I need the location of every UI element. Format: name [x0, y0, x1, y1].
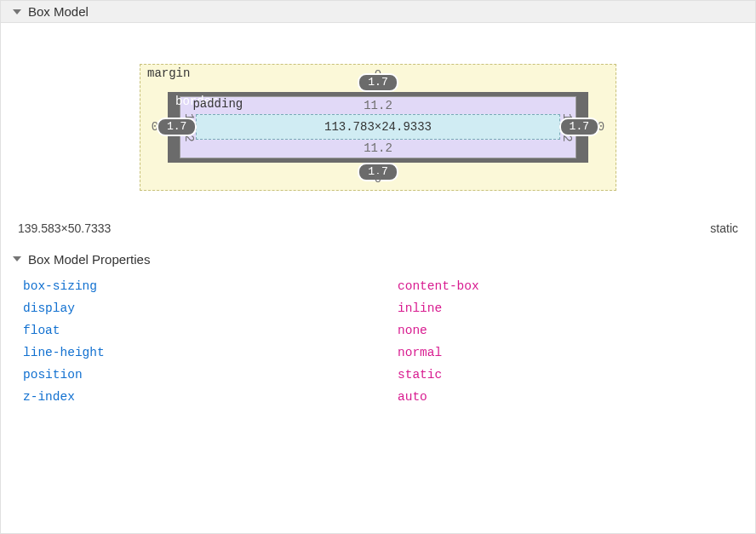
prop-value: content-box	[398, 279, 479, 293]
prop-row[interactable]: box-sizing content-box	[23, 275, 733, 297]
border-top[interactable]: 1.7	[358, 73, 398, 92]
section-title: Box Model	[28, 4, 89, 19]
prop-name: z-index	[23, 390, 398, 404]
prop-value: inline	[398, 301, 442, 315]
padding-bottom[interactable]: 11.2	[364, 141, 392, 155]
chevron-down-icon	[13, 256, 21, 261]
border-layer[interactable]: border 1.7 padding 11.2 11.2 113.783×24.…	[168, 92, 588, 163]
chevron-down-icon	[13, 9, 21, 14]
margin-bottom[interactable]: 0	[375, 172, 381, 186]
padding-layer[interactable]: padding 11.2 11.2 113.783×24.9333 11.2 1…	[180, 96, 576, 158]
margin-layer[interactable]: margin 0 0 1.7 border 1.7 padding 11.	[140, 64, 616, 191]
prop-name: float	[23, 324, 398, 337]
element-position-mode: static	[710, 221, 738, 235]
box-model-properties-list: box-sizing content-box display inline fl…	[1, 272, 755, 411]
prop-value: none	[398, 324, 427, 337]
content-size[interactable]: 113.783×24.9333	[196, 114, 559, 140]
prop-row[interactable]: position static	[23, 364, 733, 386]
prop-name: box-sizing	[23, 279, 398, 293]
prop-value: auto	[398, 390, 427, 404]
prop-value: normal	[398, 346, 442, 359]
section-header-box-model-properties[interactable]: Box Model Properties	[1, 249, 755, 272]
padding-label: padding	[192, 97, 243, 111]
dimensions-row: 139.583×50.7333 static	[1, 210, 755, 249]
section-header-box-model[interactable]: Box Model	[1, 1, 755, 23]
section-title: Box Model Properties	[28, 252, 150, 267]
prop-row[interactable]: float none	[23, 319, 733, 342]
prop-row[interactable]: display inline	[23, 297, 733, 319]
border-right[interactable]: 1.7	[559, 118, 599, 136]
prop-row[interactable]: z-index auto	[23, 386, 733, 408]
prop-name: position	[23, 368, 398, 382]
element-dimensions: 139.583×50.7333	[18, 221, 111, 235]
prop-name: display	[23, 301, 398, 315]
box-model-diagram: margin 0 0 1.7 border 1.7 padding 11.	[1, 23, 755, 210]
prop-row[interactable]: line-height normal	[23, 342, 733, 364]
border-left[interactable]: 1.7	[157, 118, 197, 136]
padding-top[interactable]: 11.2	[364, 99, 392, 112]
margin-label: margin	[147, 66, 190, 80]
prop-value: static	[398, 368, 442, 382]
prop-name: line-height	[23, 346, 398, 359]
